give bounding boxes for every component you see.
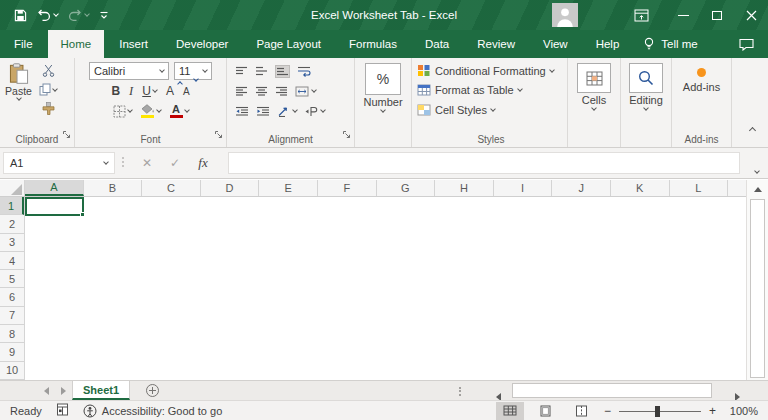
tab-home[interactable]: Home	[48, 30, 105, 58]
row-header-1[interactable]: 1	[0, 197, 24, 215]
top-align-button[interactable]	[235, 66, 248, 77]
row-header-2[interactable]: 2	[0, 215, 24, 233]
row-header-8[interactable]: 8	[0, 325, 24, 343]
tab-file[interactable]: File	[1, 30, 46, 58]
fill-color-dropdown-icon[interactable]	[156, 107, 162, 113]
vertical-scroll-thumb[interactable]	[750, 199, 765, 378]
cells-dropdown-icon[interactable]	[591, 105, 597, 111]
comments-icon[interactable]	[739, 38, 754, 51]
align-right-button[interactable]	[275, 86, 288, 97]
conditional-formatting-button[interactable]: Conditional Formatting	[417, 61, 565, 81]
column-header-k[interactable]: K	[611, 180, 670, 196]
addins-button[interactable]: Add-ins	[683, 81, 720, 93]
horizontal-scrollbar[interactable]	[510, 383, 722, 398]
column-header-h[interactable]: H	[435, 180, 494, 196]
clipboard-dialog-launcher[interactable]	[62, 125, 71, 143]
vertical-scrollbar[interactable]	[746, 180, 768, 380]
underline-dropdown-icon[interactable]	[152, 87, 158, 93]
middle-align-button[interactable]	[255, 66, 268, 77]
merge-dropdown-icon[interactable]	[311, 87, 317, 93]
tab-view[interactable]: View	[530, 30, 581, 58]
cells-group[interactable]: Cells	[568, 58, 621, 147]
number-group[interactable]: % Number	[355, 58, 412, 147]
fill-color-button[interactable]	[139, 102, 163, 121]
tab-review[interactable]: Review	[464, 30, 528, 58]
center-button[interactable]	[255, 86, 268, 97]
formula-input[interactable]	[228, 152, 740, 174]
orientation-button[interactable]	[277, 106, 297, 117]
borders-button[interactable]	[111, 102, 134, 121]
minimize-button[interactable]	[666, 0, 700, 30]
next-sheet-button[interactable]	[61, 387, 66, 395]
font-color-button[interactable]: A	[168, 102, 191, 121]
format-painter-button[interactable]	[37, 99, 59, 118]
macro-record-button[interactable]	[56, 403, 69, 418]
cut-button[interactable]	[37, 61, 59, 80]
sheet-tab-sheet1[interactable]: Sheet1	[72, 381, 130, 400]
fill-handle[interactable]	[80, 212, 85, 217]
selected-cell-a1[interactable]	[25, 197, 84, 216]
row-header-3[interactable]: 3	[0, 234, 24, 252]
undo-button[interactable]	[37, 9, 58, 21]
undo-dropdown-icon[interactable]	[53, 11, 59, 17]
column-header-j[interactable]: J	[552, 180, 611, 196]
merge-center-button[interactable]	[295, 86, 316, 97]
font-color-dropdown-icon[interactable]	[184, 107, 190, 113]
text-direction-dropdown-icon[interactable]	[320, 107, 326, 113]
borders-dropdown-icon[interactable]	[127, 107, 133, 113]
cancel-button[interactable]: ✕	[134, 152, 160, 174]
page-break-view-button[interactable]	[568, 402, 596, 420]
row-header-6[interactable]: 6	[0, 288, 24, 306]
account-avatar[interactable]	[552, 3, 578, 27]
italic-button[interactable]: I	[127, 82, 135, 101]
zoom-level[interactable]: 100%	[724, 405, 758, 417]
column-header-l[interactable]: L	[670, 180, 729, 196]
format-as-table-button[interactable]: Format as Table	[417, 81, 565, 101]
underline-button[interactable]: U	[140, 82, 159, 101]
alignment-dialog-launcher[interactable]	[342, 125, 351, 143]
number-dropdown-icon[interactable]	[380, 107, 386, 113]
close-button[interactable]	[734, 0, 768, 30]
tab-page-layout[interactable]: Page Layout	[243, 30, 334, 58]
enter-button[interactable]: ✓	[162, 152, 188, 174]
tab-data[interactable]: Data	[412, 30, 462, 58]
increase-font-button[interactable]: A	[164, 82, 176, 101]
save-button[interactable]	[14, 9, 27, 22]
copy-dropdown-icon[interactable]	[52, 86, 58, 92]
cells-button[interactable]	[577, 63, 611, 93]
font-dialog-launcher[interactable]	[214, 125, 223, 143]
tab-help[interactable]: Help	[583, 30, 633, 58]
cell-styles-button[interactable]: Cell Styles	[417, 100, 565, 120]
column-header-f[interactable]: F	[318, 180, 377, 196]
editing-dropdown-icon[interactable]	[643, 105, 649, 111]
ribbon-display-options-button[interactable]	[624, 0, 658, 30]
paste-button[interactable]: Paste	[2, 61, 35, 118]
horizontal-scroll-thumb[interactable]	[512, 383, 712, 398]
column-header-b[interactable]: B	[84, 180, 143, 196]
tab-developer[interactable]: Developer	[163, 30, 241, 58]
tab-formulas[interactable]: Formulas	[336, 30, 410, 58]
new-sheet-button[interactable]	[146, 384, 159, 397]
tell-me-button[interactable]: Tell me	[633, 30, 707, 58]
row-header-7[interactable]: 7	[0, 307, 24, 325]
row-header-5[interactable]: 5	[0, 270, 24, 288]
tab-splitter-handle[interactable]	[459, 385, 461, 397]
column-header-g[interactable]: G	[377, 180, 436, 196]
normal-view-button[interactable]	[496, 402, 524, 420]
row-header-10[interactable]: 10	[0, 362, 24, 380]
column-header-i[interactable]: I	[494, 180, 553, 196]
zoom-slider-thumb[interactable]	[655, 406, 660, 417]
redo-button[interactable]	[68, 9, 89, 21]
text-direction-button[interactable]	[304, 106, 325, 117]
maximize-button[interactable]	[700, 0, 734, 30]
bold-button[interactable]: B	[109, 82, 122, 101]
column-header-a[interactable]: A	[25, 180, 84, 196]
name-box-dropdown-icon[interactable]	[103, 159, 109, 165]
align-left-button[interactable]	[235, 86, 248, 97]
column-header-d[interactable]: D	[201, 180, 260, 196]
bottom-align-button[interactable]	[275, 65, 290, 78]
name-box[interactable]: A1	[3, 152, 115, 174]
addin-dot-icon[interactable]	[697, 68, 706, 77]
tab-insert[interactable]: Insert	[106, 30, 161, 58]
zoom-slider[interactable]	[619, 404, 701, 418]
